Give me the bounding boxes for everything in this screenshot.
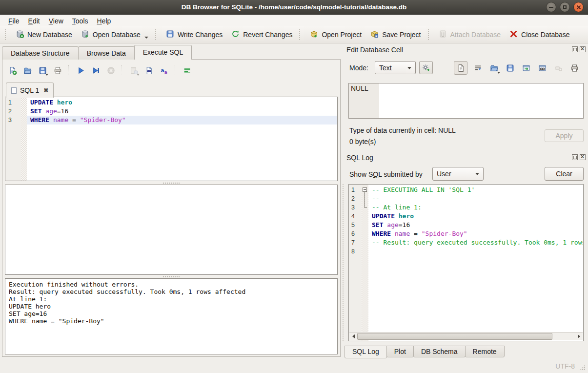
word-wrap-button[interactable] <box>182 65 192 76</box>
close-dock-icon[interactable] <box>580 46 586 52</box>
chevron-down-icon <box>497 72 500 74</box>
auto-apply-button[interactable] <box>419 61 433 74</box>
sql-log-view[interactable]: 1-- EXECUTING ALL IN 'SQL 1'2--3-- At li… <box>348 184 584 341</box>
fold-marker-icon[interactable] <box>362 186 368 194</box>
scrollbar-thumb[interactable] <box>357 333 552 340</box>
fold-margin-cell <box>362 203 368 212</box>
edit-cell-dock-header: Edit Database Cell <box>346 46 587 55</box>
menubar: FileEditViewToolsHelp <box>0 15 588 26</box>
menu-help[interactable]: Help <box>93 16 116 26</box>
find-button[interactable] <box>143 65 154 76</box>
mode-value: Text <box>379 64 392 72</box>
fold-margin-cell <box>362 229 368 238</box>
execute-current-line-icon <box>92 66 100 75</box>
menu-edit[interactable]: Edit <box>24 16 44 26</box>
sql-editor[interactable]: 1UPDATE hero2SET age=163WHERE name = "Sp… <box>5 97 338 181</box>
message-line: Execution finished without errors. <box>9 281 334 288</box>
toolbar-label: Save Project <box>382 31 421 39</box>
undock-icon[interactable] <box>572 154 578 160</box>
tab-execute-sql[interactable]: Execute SQL <box>134 45 192 60</box>
cell-print-button[interactable] <box>568 62 580 74</box>
undock-icon[interactable] <box>572 46 578 52</box>
encoding-indicator: UTF-8 <box>555 362 575 370</box>
apply-button: Apply <box>545 129 584 142</box>
save-results-button <box>128 65 139 76</box>
new-sql-tab-button[interactable] <box>7 65 18 76</box>
toolbar-new-database[interactable]: New Database <box>11 28 77 41</box>
sql-document-tab[interactable]: SQL 1 ✖ <box>6 83 54 98</box>
line-number: 1 <box>5 98 21 107</box>
editor-line: 1UPDATE hero <box>5 98 337 107</box>
sql-document-icon <box>11 87 17 94</box>
close-sql-tab-icon[interactable]: ✖ <box>43 87 48 94</box>
svg-text:a: a <box>164 69 167 75</box>
editor-results-splitter[interactable] <box>5 182 338 185</box>
dock-tab-plot[interactable]: Plot <box>386 346 414 357</box>
log-line: 8 <box>349 247 583 256</box>
print-button[interactable] <box>52 65 63 76</box>
export-button[interactable] <box>520 62 532 74</box>
line-number: 7 <box>349 238 362 247</box>
toolbar-attach-database: Attach Database <box>434 28 506 41</box>
toolbar-open-project[interactable]: Open Project <box>305 28 366 41</box>
toolbar-separator <box>68 65 70 75</box>
cell-value-editor[interactable]: NULL <box>348 83 584 119</box>
execute-current-line-button[interactable] <box>90 65 101 76</box>
close-button[interactable] <box>573 2 584 12</box>
cell-editor-toolbar <box>454 61 580 75</box>
fold-margin-cell <box>362 247 368 256</box>
menu-view[interactable]: View <box>44 16 68 26</box>
tab-database-structure[interactable]: Database Structure <box>2 46 79 60</box>
edit-cell-title: Edit Database Cell <box>346 46 403 54</box>
toolbar-close-database[interactable]: Close Database <box>505 28 574 41</box>
cell-word-wrap-button[interactable] <box>472 62 484 74</box>
toolbar-write-changes[interactable]: Write Changes <box>162 28 227 41</box>
maximize-icon <box>563 5 567 9</box>
code-text: WHERE name = "Spider-Boy" <box>368 229 583 238</box>
titlebar[interactable]: DB Browser for SQLite - /home/user/code/… <box>0 0 588 15</box>
code-text <box>368 247 583 256</box>
text-mode-button[interactable] <box>454 61 467 75</box>
log-line: 2-- <box>349 194 583 203</box>
chevron-down-icon[interactable] <box>144 37 148 39</box>
panel-splitter[interactable] <box>343 184 346 341</box>
arrow-left-icon <box>352 334 355 338</box>
minimize-button[interactable] <box>546 2 556 12</box>
toolbar-open-database[interactable]: Open Database <box>77 28 153 41</box>
scrollbar-track[interactable] <box>552 332 575 340</box>
close-dock-icon[interactable] <box>580 154 586 160</box>
cell-value: NULL <box>351 84 368 92</box>
mode-select[interactable]: Text <box>375 61 416 74</box>
new-sql-tab-icon <box>8 66 17 75</box>
menu-tools[interactable]: Tools <box>68 16 93 26</box>
save-as-button[interactable] <box>504 62 516 74</box>
line-number: 3 <box>5 116 21 124</box>
save-sql-file-button[interactable] <box>37 65 48 76</box>
close-database-icon <box>509 30 518 40</box>
dock-tab-sql-log[interactable]: SQL Log <box>345 346 387 358</box>
new-database-icon <box>16 30 24 40</box>
toolbar-revert-changes[interactable]: Revert Changes <box>227 28 297 41</box>
scroll-right-button[interactable] <box>575 332 583 340</box>
chevron-down-icon <box>407 67 411 69</box>
execute-all-button[interactable] <box>75 65 86 76</box>
resize-grip[interactable] <box>579 364 586 371</box>
dock-tab-db-schema[interactable]: DB Schema <box>413 346 466 357</box>
link-button[interactable] <box>536 62 548 74</box>
tab-browse-data[interactable]: Browse Data <box>78 46 135 60</box>
menu-file[interactable]: File <box>4 16 24 26</box>
auto-completion-button[interactable]: aa <box>159 65 169 76</box>
dock-tab-remote[interactable]: Remote <box>465 346 505 357</box>
scroll-left-button[interactable] <box>349 332 357 340</box>
clear-log-button[interactable]: Clear <box>545 167 584 181</box>
log-horizontal-scrollbar[interactable] <box>349 332 583 340</box>
import-file-button[interactable] <box>488 62 500 74</box>
cell-value-content[interactable] <box>379 83 583 118</box>
sql-log-filter-value: User <box>437 170 451 178</box>
toolbar-save-project[interactable]: Save Project <box>366 28 425 41</box>
open-sql-file-button[interactable] <box>22 65 33 76</box>
maximize-button[interactable] <box>560 2 570 12</box>
stop-button <box>105 65 116 76</box>
sql-log-filter-select[interactable]: User <box>432 167 484 181</box>
code-text: SET age=16 <box>27 107 337 116</box>
